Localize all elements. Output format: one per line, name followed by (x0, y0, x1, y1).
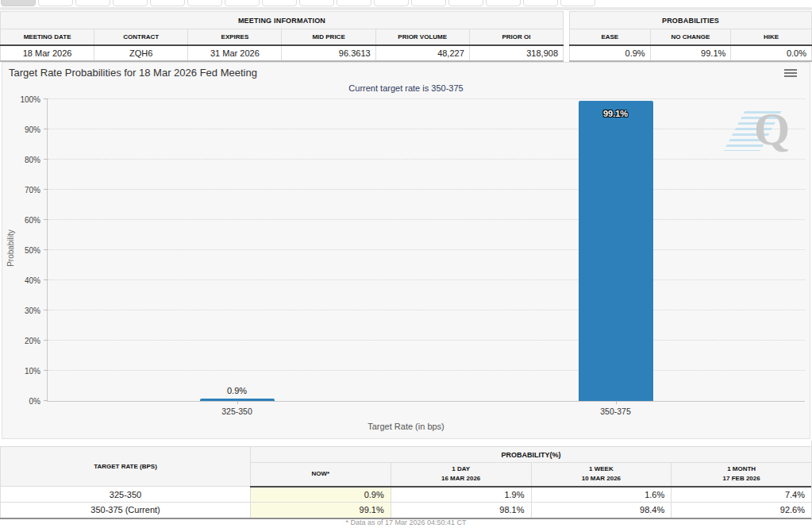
y-tick-mark (44, 159, 48, 160)
top-tab[interactable] (523, 0, 558, 6)
top-tab[interactable] (374, 0, 409, 6)
data-asof-footnote: * Data as of 17 Mar 2026 04:50:41 CT (0, 518, 812, 526)
top-tab[interactable] (486, 0, 521, 6)
chart-title: Target Rate Probabilities for 18 Mar 202… (9, 67, 257, 79)
probability-bar[interactable] (579, 101, 653, 401)
y-tick-label: 80% (25, 156, 40, 164)
target-rate-header: TARGET RATE (BPS) (1, 447, 251, 487)
probabilities-value-cell: 99.1% (650, 45, 731, 61)
y-tick-mark (44, 370, 48, 371)
top-tab[interactable] (560, 0, 595, 6)
probability-value-cell: 0.9% (251, 487, 391, 503)
gridline (48, 129, 805, 129)
meeting-info-column-header: EXPIRES (188, 29, 282, 45)
meeting-info-column-header: MID PRICE (282, 29, 375, 45)
y-tick-mark (44, 129, 48, 129)
top-tab[interactable] (187, 0, 222, 6)
meeting-info-value-cell: ZQH6 (94, 45, 188, 61)
probabilities-column-header: HIKE (731, 29, 812, 45)
bar-value-label: 0.9% (200, 386, 275, 395)
top-tab[interactable] (262, 0, 297, 6)
meeting-information-table: MEETING INFORMATIONMEETING DATECONTRACTE… (0, 11, 564, 62)
x-category-label: 325-350 (190, 407, 285, 416)
meeting-info-value-cell: 18 Mar 2026 (1, 45, 94, 61)
y-tick-label: 70% (25, 186, 40, 195)
top-tab[interactable] (411, 0, 446, 6)
gridline (48, 219, 805, 220)
y-tick-label: 10% (25, 367, 40, 376)
x-tick-mark (237, 401, 238, 404)
y-tick-label: 100% (20, 95, 40, 104)
target-rate-cell: 325-350 (1, 487, 251, 503)
top-tab-strip (1, 0, 595, 7)
y-tick-label: 0% (29, 397, 40, 406)
y-tick-mark (44, 340, 48, 341)
y-tick-mark (44, 98, 48, 99)
x-category-label: 350-375 (568, 407, 664, 416)
x-axis-title: Target Rate (in bps) (2, 422, 810, 431)
gridline (48, 279, 805, 280)
gridline (48, 159, 805, 160)
y-tick-mark (44, 279, 48, 280)
top-info-tables: MEETING INFORMATIONMEETING DATECONTRACTE… (0, 11, 812, 62)
y-tick-mark (44, 219, 48, 220)
meeting-info-column-header: CONTRACT (94, 29, 188, 45)
quikstrike-watermark-logo: Q (734, 106, 790, 156)
top-tab[interactable] (225, 0, 260, 6)
gridline (48, 189, 805, 190)
y-tick-label: 30% (25, 306, 40, 315)
y-tick-label: 90% (25, 125, 40, 134)
gridline (48, 98, 805, 99)
x-tick-mark (616, 401, 617, 404)
meeting-info-group-header: MEETING INFORMATION (1, 12, 564, 29)
y-axis-title: Probability (6, 209, 15, 288)
table-row: 325-3500.9%1.9%1.6%7.4% (1, 487, 812, 503)
probability-column-header: 1 WEEK10 MAR 2026 (531, 463, 672, 487)
chart-subtitle: Current target rate is 350-375 (2, 83, 810, 93)
top-tab[interactable] (150, 0, 185, 6)
top-tab[interactable] (113, 0, 148, 6)
meeting-info-value-cell: 96.3613 (282, 45, 375, 61)
top-tab[interactable] (299, 0, 334, 6)
fedwatch-chart-panel: Target Rate Probabilities for 18 Mar 202… (2, 62, 810, 439)
meeting-info-value-cell: 48,227 (375, 45, 469, 61)
probability-column-header: 1 DAY16 MAR 2026 (391, 463, 531, 487)
top-tab[interactable] (337, 0, 371, 6)
top-tab[interactable] (448, 0, 483, 6)
chart-menu-hamburger-icon[interactable] (784, 69, 797, 79)
probabilities-value-cell: 0.0% (731, 45, 812, 61)
top-tab[interactable] (38, 0, 73, 6)
y-tick-label: 40% (25, 276, 40, 285)
gridline (48, 340, 805, 341)
meeting-info-value-cell: 318,908 (469, 45, 563, 61)
table-row: 350-375 (Current)99.1%98.1%98.4%92.6% (1, 503, 812, 518)
probability-value-cell: 98.4% (531, 503, 672, 518)
meeting-info-column-header: PRIOR VOLUME (375, 29, 469, 45)
y-tick-label: 50% (25, 246, 40, 255)
gridline (48, 310, 805, 310)
meeting-info-column-header: PRIOR OI (469, 29, 563, 45)
probabilities-column-header: EASE (570, 29, 651, 45)
y-tick-mark (44, 310, 48, 310)
probability-value-cell: 7.4% (672, 487, 812, 503)
target-rate-cell: 350-375 (Current) (1, 503, 251, 518)
gridline (48, 249, 805, 250)
bar-chart-plot-area: 0%10%20%30%40%50%60%70%80%90%100%0.9%325… (47, 99, 805, 402)
top-tab[interactable] (1, 0, 36, 6)
probabilities-table: PROBABILITIESEASENO CHANGEHIKE0.9%99.1%0… (569, 11, 812, 62)
probability-column-header: 1 MONTH17 FEB 2026 (672, 463, 812, 487)
meeting-info-column-header: MEETING DATE (1, 29, 94, 45)
y-tick-mark (44, 189, 48, 190)
bar-value-label: 99.1% (579, 109, 653, 118)
top-tab[interactable] (75, 0, 110, 6)
y-tick-label: 20% (25, 337, 40, 345)
gridline (48, 370, 805, 371)
y-tick-label: 60% (25, 216, 40, 225)
probability-value-cell: 98.1% (391, 503, 531, 518)
probability-value-cell: 1.9% (391, 487, 531, 503)
probability-value-cell: 99.1% (251, 503, 391, 518)
y-tick-mark (44, 400, 48, 401)
probability-history-table: TARGET RATE (BPS)PROBABILITY(%)NOW*1 DAY… (0, 446, 812, 519)
meeting-info-value-cell: 31 Mar 2026 (188, 45, 282, 61)
y-tick-mark (44, 249, 48, 250)
